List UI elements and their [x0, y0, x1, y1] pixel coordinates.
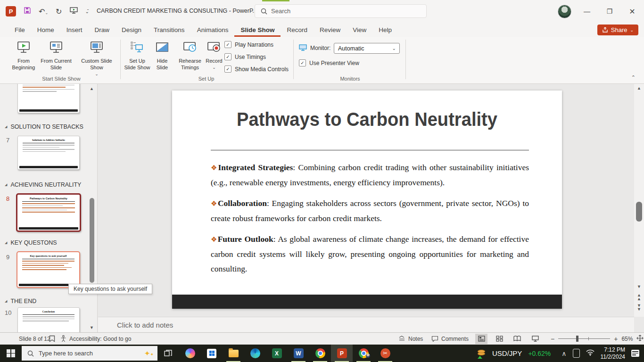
slide-thumbnail-7[interactable]: Solutions to Address Setbacks [17, 136, 80, 170]
slide-sorter-view-button[interactable] [493, 334, 505, 344]
zoom-out-button[interactable]: − [551, 335, 554, 343]
slide-thumbnail-9-hover[interactable]: Key questions to ask yourself [17, 251, 80, 288]
section-collapse-icon[interactable]: ◢ [5, 125, 7, 129]
monitor-dropdown[interactable]: Automatic ⌄ [334, 43, 400, 54]
start-button[interactable] [0, 345, 22, 362]
section-solution-to-setbacks[interactable]: ◢ SOLUTION TO SETBACKS [5, 123, 83, 130]
taskbar-search-box[interactable]: Type here to search ✦✦ [22, 346, 157, 361]
fit-slide-button[interactable] [636, 335, 644, 343]
word-button[interactable]: W [288, 345, 309, 362]
from-beginning-button[interactable]: From Beginning [8, 40, 39, 71]
custom-slide-show-button[interactable]: Custom Slide Show ⌄ [79, 40, 114, 77]
normal-view-button[interactable] [475, 334, 487, 344]
bullet-paragraph[interactable]: ❖Collaboration: Engaging stakeholders ac… [211, 196, 529, 226]
scroll-down-icon[interactable]: ▼ [634, 284, 644, 289]
record-button[interactable]: Record ⌄ [204, 40, 224, 71]
powerpoint-app-icon[interactable]: P [6, 6, 16, 16]
file-explorer-button[interactable] [223, 345, 244, 362]
rehearse-timings-button[interactable]: Rehearse Timings [176, 40, 204, 71]
task-view-button[interactable] [157, 345, 179, 362]
slide-body-text[interactable]: ❖Integrated Strategies: Combining carbon… [211, 160, 529, 282]
tab-design[interactable]: Design [116, 24, 148, 37]
tab-draw[interactable]: Draw [89, 24, 116, 37]
previous-slide-button[interactable]: ▲▲ [634, 293, 644, 301]
user-avatar[interactable] [558, 5, 571, 18]
app-search-box[interactable]: Search [255, 4, 427, 18]
panel-scrollbar-thumb[interactable] [90, 198, 94, 283]
comments-toggle[interactable]: Comments [431, 333, 469, 345]
finance-widget-icon[interactable] [478, 350, 486, 357]
ticker-pair[interactable]: USD/JPY [492, 349, 522, 357]
reuse-slides-icon[interactable] [49, 333, 55, 345]
section-achieving-neutrality[interactable]: ◢ ACHIEVING NEUTRALITY [5, 181, 81, 188]
snipping-tool-button[interactable]: ✂ [374, 345, 396, 362]
chrome-button[interactable] [309, 345, 331, 362]
panel-scroll-up-icon[interactable]: ▲ [90, 86, 94, 91]
action-center-icon[interactable] [631, 350, 639, 357]
section-key-questons[interactable]: ◢ KEY QUESTONS [5, 239, 57, 246]
tab-transitions[interactable]: Transitions [148, 24, 191, 37]
tab-view[interactable]: View [347, 24, 372, 37]
use-timings-checkbox[interactable]: ✓ Use Timings [224, 53, 266, 60]
tab-record[interactable]: Record [281, 24, 314, 37]
minimize-button[interactable]: — [576, 0, 598, 23]
share-button[interactable]: Share ⌄ [597, 25, 638, 35]
zoom-level[interactable]: 65% [621, 336, 633, 342]
tab-slide-show[interactable]: Slide Show [234, 24, 281, 37]
set-up-slide-show-button[interactable]: Set Up Slide Show [124, 40, 151, 71]
notes-toggle[interactable]: Notes [398, 333, 423, 345]
tray-expand-chevron-icon[interactable]: ∧ [561, 350, 566, 357]
main-scrollbar[interactable]: ▲ ▼ ▲▲ ▼▼ [634, 84, 644, 317]
tab-review[interactable]: Review [314, 24, 347, 37]
next-slide-button[interactable]: ▼▼ [634, 304, 644, 311]
section-collapse-icon[interactable]: ◢ [5, 299, 7, 303]
section-collapse-icon[interactable]: ◢ [5, 183, 7, 187]
panel-scroll-down-icon[interactable]: ▼ [90, 325, 94, 330]
bullet-paragraph[interactable]: ❖Integrated Strategies: Combining carbon… [211, 160, 529, 190]
copilot-button[interactable] [179, 345, 201, 362]
clock[interactable]: 7:12 PM 11/2/2024 [601, 346, 626, 361]
powerpoint-taskbar-button[interactable]: P [331, 345, 353, 362]
accessibility-status[interactable]: Accessibility: Good to go [60, 333, 131, 345]
restore-button[interactable]: ❐ [599, 0, 620, 23]
customize-qat-icon[interactable]: ⌄̄ [85, 9, 89, 14]
reading-view-button[interactable] [511, 334, 523, 344]
collapse-ribbon-button[interactable]: ⌃ [631, 74, 636, 81]
tab-home[interactable]: Home [31, 24, 60, 37]
main-scrollbar-thumb[interactable] [636, 202, 642, 222]
slide-thumbnail-10[interactable]: Conclusion [17, 307, 80, 332]
bullet-paragraph[interactable]: ❖Future Outlook: As global awareness of … [211, 232, 529, 276]
section-collapse-icon[interactable]: ◢ [5, 241, 7, 245]
edge-button[interactable] [244, 345, 266, 362]
slide-canvas[interactable]: Pathways to Carbon Neutrality ❖Integrate… [172, 90, 562, 309]
save-icon[interactable] [24, 7, 31, 16]
zoom-in-button[interactable]: + [614, 335, 618, 343]
chrome-profile-button[interactable] [353, 345, 374, 362]
show-media-controls-checkbox[interactable]: ✓ Show Media Controls [224, 66, 289, 73]
play-narrations-checkbox[interactable]: ✓ Play Narrations [224, 41, 273, 48]
hide-slide-button[interactable]: Hide Slide [152, 40, 173, 71]
slide-thumbnail-8-selected[interactable]: Pathways to Carbon Neutrality [16, 193, 81, 232]
notes-placeholder[interactable]: Click to add notes [117, 321, 173, 329]
redo-icon[interactable]: ↻ [56, 7, 62, 16]
close-button[interactable]: ✕ [621, 0, 643, 23]
start-slideshow-qat-icon[interactable] [70, 7, 78, 16]
wifi-icon[interactable] [586, 349, 594, 358]
notes-pane[interactable]: Click to add notes [98, 317, 634, 332]
zoom-slider-thumb[interactable] [576, 336, 578, 342]
tab-help[interactable]: Help [372, 24, 398, 37]
use-presenter-view-checkbox[interactable]: ✓ Use Presenter View [299, 59, 359, 66]
tab-insert[interactable]: Insert [60, 24, 89, 37]
excel-button[interactable]: X [266, 345, 288, 362]
undo-icon[interactable]: ↶⌄ [39, 7, 48, 16]
section-the-end[interactable]: ◢ THE END [5, 298, 36, 304]
scroll-up-icon[interactable]: ▲ [634, 86, 644, 90]
ticker-change[interactable]: +0.62% [528, 350, 551, 357]
microsoft-store-button[interactable] [201, 345, 223, 362]
zoom-slider[interactable] [558, 338, 610, 339]
tab-file[interactable]: File [8, 24, 31, 37]
phone-link-icon[interactable] [573, 349, 580, 358]
slide-show-view-button[interactable] [529, 334, 541, 344]
from-current-slide-button[interactable]: From Current Slide [40, 40, 73, 71]
tab-animations[interactable]: Animations [191, 24, 235, 37]
